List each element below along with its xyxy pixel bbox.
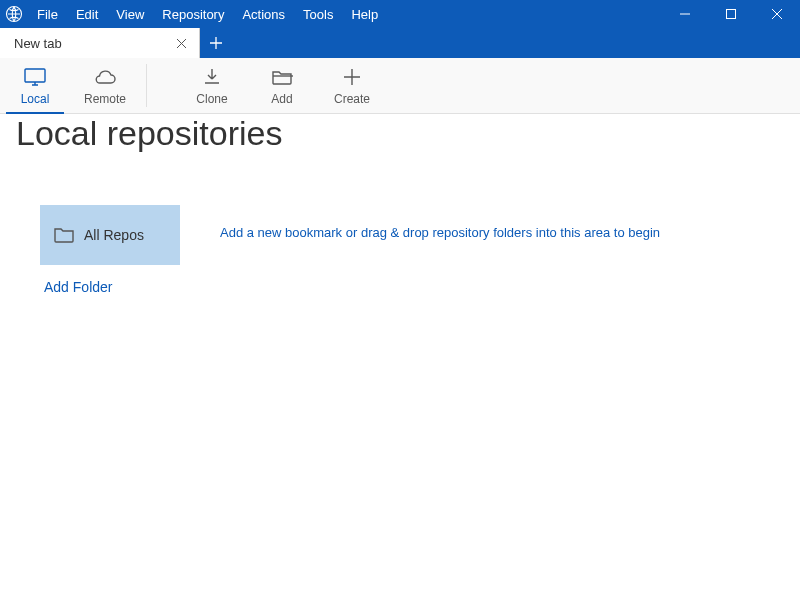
menu-file[interactable]: File [28,0,67,28]
close-icon [177,39,186,48]
window-maximize-button[interactable] [708,0,754,28]
toolbar-local-button[interactable]: Local [0,58,70,113]
menu-help[interactable]: Help [342,0,387,28]
plus-icon [210,37,222,49]
monitor-icon [23,66,47,88]
window-minimize-button[interactable] [662,0,708,28]
page-title: Local repositories [16,114,800,153]
menu-view[interactable]: View [107,0,153,28]
sidebar-item-all-repos[interactable]: All Repos [40,205,180,265]
tab-strip: New tab [0,28,800,58]
maximize-icon [726,9,736,19]
folder-icon [54,227,74,243]
plus-icon [343,66,361,88]
toolbar: Local Remote Clone Add Create [0,58,800,114]
menu-edit[interactable]: Edit [67,0,107,28]
download-icon [202,66,222,88]
window-controls [662,0,800,28]
window-close-button[interactable] [754,0,800,28]
menu-actions[interactable]: Actions [233,0,294,28]
cloud-icon [92,66,118,88]
tab-label: New tab [14,36,62,51]
toolbar-create-button[interactable]: Create [317,58,387,113]
title-bar: File Edit View Repository Actions Tools … [0,0,800,28]
minimize-icon [680,9,690,19]
toolbar-add-button[interactable]: Add [247,58,317,113]
toolbar-clone-button[interactable]: Clone [177,58,247,113]
toolbar-separator [146,64,147,107]
toolbar-label: Local [21,92,50,106]
tab-new[interactable]: New tab [0,28,200,58]
app-icon [0,0,28,28]
tab-close-button[interactable] [173,35,189,51]
menu-tools[interactable]: Tools [294,0,342,28]
toolbar-label: Clone [196,92,227,106]
svg-rect-1 [727,10,736,19]
toolbar-remote-button[interactable]: Remote [70,58,140,113]
main-panel[interactable]: Add a new bookmark or drag & drop reposi… [180,205,800,295]
toolbar-label: Remote [84,92,126,106]
sidebar-item-label: All Repos [84,227,144,243]
close-icon [772,9,782,19]
add-folder-link[interactable]: Add Folder [40,265,180,295]
empty-state-hint: Add a new bookmark or drag & drop reposi… [220,205,760,260]
menu-bar: File Edit View Repository Actions Tools … [28,0,387,28]
new-tab-button[interactable] [200,28,232,58]
toolbar-label: Add [271,92,292,106]
toolbar-label: Create [334,92,370,106]
repo-sidebar: All Repos [40,205,180,265]
svg-rect-2 [25,69,45,82]
menu-repository[interactable]: Repository [153,0,233,28]
folder-open-icon [271,66,293,88]
content-area: Local repositories All Repos Add Folder … [0,114,800,295]
